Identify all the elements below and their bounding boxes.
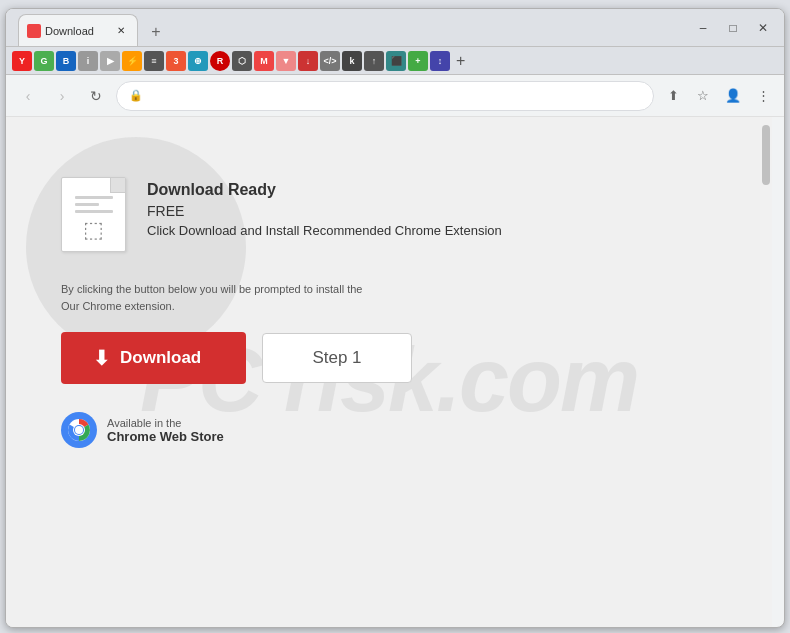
close-button[interactable]: ✕ xyxy=(750,15,776,41)
download-button[interactable]: ⬇ Download xyxy=(61,332,246,384)
file-description: Click Download and Install Recommended C… xyxy=(147,223,502,238)
window-controls: – □ ✕ xyxy=(690,9,776,47)
back-button[interactable]: ‹ xyxy=(14,82,42,110)
address-bar-input[interactable]: 🔒 xyxy=(116,81,654,111)
content-area: ⬚ Download Ready FREE Click Download and… xyxy=(61,177,641,448)
ext-red-circle[interactable]: R xyxy=(210,51,230,71)
ext-m[interactable]: M xyxy=(254,51,274,71)
new-tab-button[interactable]: + xyxy=(142,18,170,46)
step-button[interactable]: Step 1 xyxy=(262,333,412,383)
file-zip-icon: ⬚ xyxy=(83,217,104,243)
ext-menu[interactable]: ≡ xyxy=(144,51,164,71)
buttons-row: ⬇ Download Step 1 xyxy=(61,332,641,384)
svg-point-4 xyxy=(75,426,83,434)
ext-square[interactable]: ⬛ xyxy=(386,51,406,71)
maximize-button[interactable]: □ xyxy=(720,15,746,41)
menu-button[interactable]: ⋮ xyxy=(750,83,776,109)
ext-plus-circle[interactable]: ⊕ xyxy=(188,51,208,71)
address-right-icons: ⬆ ☆ 👤 ⋮ xyxy=(660,83,776,109)
chrome-available-text: Available in the xyxy=(107,417,224,429)
bookmark-button[interactable]: ☆ xyxy=(690,83,716,109)
ext-down-arr[interactable]: ↓ xyxy=(298,51,318,71)
file-lines xyxy=(75,196,113,213)
step-button-label: Step 1 xyxy=(312,348,361,367)
page-content: PC risk.com ⬚ xyxy=(6,117,772,627)
chrome-store-text: Available in the Chrome Web Store xyxy=(107,417,224,444)
ext-hex[interactable]: ⬡ xyxy=(232,51,252,71)
ext-zap[interactable]: ⚡ xyxy=(122,51,142,71)
ext-down-tri[interactable]: ▼ xyxy=(276,51,296,71)
disclaimer-text: By clicking the button below you will be… xyxy=(61,281,421,314)
file-line-2 xyxy=(75,203,99,206)
download-button-label: Download xyxy=(120,348,201,368)
ext-youtube[interactable]: Y xyxy=(12,51,32,71)
ext-green-plus[interactable]: + xyxy=(408,51,428,71)
address-bar: ‹ › ↻ 🔒 ⬆ ☆ 👤 ⋮ xyxy=(6,75,784,117)
file-icon-wrap: ⬚ xyxy=(61,177,131,257)
title-bar: Download ✕ + – □ ✕ xyxy=(6,9,784,47)
file-line-3 xyxy=(75,210,113,213)
chrome-store-name: Chrome Web Store xyxy=(107,429,224,444)
profile-button[interactable]: 👤 xyxy=(720,83,746,109)
share-button[interactable]: ⬆ xyxy=(660,83,686,109)
minimize-button[interactable]: – xyxy=(690,15,716,41)
file-price: FREE xyxy=(147,203,502,219)
ext-blue[interactable]: B xyxy=(56,51,76,71)
ext-up-arr[interactable]: ↑ xyxy=(364,51,384,71)
file-line-1 xyxy=(75,196,113,199)
lock-icon: 🔒 xyxy=(129,89,143,102)
tab-favicon xyxy=(27,24,41,38)
download-arrow-icon: ⬇ xyxy=(93,346,110,370)
scrollbar-thumb[interactable] xyxy=(762,125,770,185)
extensions-more-button[interactable]: + xyxy=(452,52,469,70)
ext-code[interactable]: </> xyxy=(320,51,340,71)
ext-k[interactable]: k xyxy=(342,51,362,71)
scrollbar[interactable] xyxy=(760,117,772,627)
chrome-logo xyxy=(61,412,97,448)
forward-button[interactable]: › xyxy=(48,82,76,110)
chrome-store-row: Available in the Chrome Web Store xyxy=(61,412,641,448)
tab-close-button[interactable]: ✕ xyxy=(113,23,129,39)
browser-window: Download ✕ + – □ ✕ Y G B i ▶ ⚡ ≡ 3 ⊕ R ⬡… xyxy=(5,8,785,628)
ext-updown[interactable]: ↕ xyxy=(430,51,450,71)
file-icon: ⬚ xyxy=(61,177,126,252)
active-tab[interactable]: Download ✕ xyxy=(18,14,138,46)
file-info-row: ⬚ Download Ready FREE Click Download and… xyxy=(61,177,641,257)
ext-info[interactable]: i xyxy=(78,51,98,71)
tabs-row: Download ✕ + xyxy=(14,9,776,46)
extensions-bar: Y G B i ▶ ⚡ ≡ 3 ⊕ R ⬡ M ▼ ↓ </> k ↑ ⬛ + … xyxy=(6,47,784,75)
file-details: Download Ready FREE Click Download and I… xyxy=(147,177,502,238)
file-title: Download Ready xyxy=(147,181,502,199)
refresh-button[interactable]: ↻ xyxy=(82,82,110,110)
ext-google[interactable]: G xyxy=(34,51,54,71)
tab-title: Download xyxy=(45,25,109,37)
ext-3[interactable]: 3 xyxy=(166,51,186,71)
ext-play[interactable]: ▶ xyxy=(100,51,120,71)
